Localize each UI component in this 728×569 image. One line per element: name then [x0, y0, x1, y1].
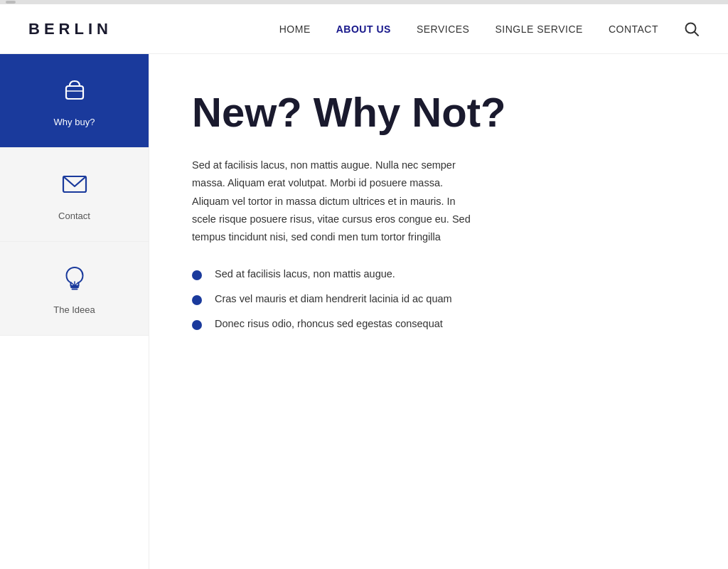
nav-home[interactable]: HOME: [279, 23, 311, 35]
sidebar-item-contact[interactable]: Contact: [0, 148, 149, 242]
bag-icon: [59, 74, 90, 110]
sidebar-item-why-buy[interactable]: Why buy?: [0, 54, 149, 148]
main-layout: Why buy? Contact: [0, 54, 728, 569]
bulb-icon: [59, 262, 90, 297]
page-title: New? Why Not?: [192, 90, 685, 135]
sidebar-item-why-buy-label: Why buy?: [54, 117, 95, 127]
nav-services[interactable]: SERVICES: [417, 23, 470, 35]
mail-icon: [59, 168, 90, 203]
sidebar-item-contact-label: Contact: [58, 211, 90, 221]
nav-single-service[interactable]: SINGLE SERVICE: [495, 23, 582, 35]
bullet-dot: [192, 270, 202, 280]
sidebar-item-idea-label: The Ideea: [53, 304, 95, 315]
nav-about[interactable]: ABOUT US: [336, 23, 391, 35]
sidebar: Why buy? Contact: [0, 54, 149, 569]
sidebar-item-the-idea[interactable]: The Ideea: [0, 242, 149, 336]
svg-rect-2: [66, 86, 83, 99]
search-button[interactable]: [684, 21, 700, 37]
main-content: New? Why Not? Sed at facilisis lacus, no…: [149, 54, 728, 569]
search-icon: [684, 21, 700, 37]
top-bar-indicator: [6, 1, 16, 4]
list-item-text: Donec risus odio, rhoncus sed egestas co…: [215, 318, 443, 329]
list-item: Sed at facilisis lacus, non mattis augue…: [192, 268, 685, 280]
list-item: Cras vel mauris et diam hendrerit lacini…: [192, 293, 685, 305]
bullet-dot: [192, 295, 202, 305]
bullet-dot: [192, 320, 202, 330]
list-item: Donec risus odio, rhoncus sed egestas co…: [192, 318, 685, 330]
list-item-text: Sed at facilisis lacus, non mattis augue…: [215, 268, 395, 280]
bullet-list: Sed at facilisis lacus, non mattis augue…: [192, 268, 685, 330]
site-header: BERLIN HOME ABOUT US SERVICES SINGLE SER…: [0, 4, 728, 54]
nav-contact[interactable]: CONTACT: [609, 23, 658, 35]
main-nav: HOME ABOUT US SERVICES SINGLE SERVICE CO…: [279, 21, 700, 37]
svg-line-1: [695, 31, 699, 36]
site-logo[interactable]: BERLIN: [28, 20, 112, 38]
page-description: Sed at facilisis lacus, non mattis augue…: [192, 156, 476, 247]
list-item-text: Cras vel mauris et diam hendrerit lacini…: [215, 293, 452, 304]
